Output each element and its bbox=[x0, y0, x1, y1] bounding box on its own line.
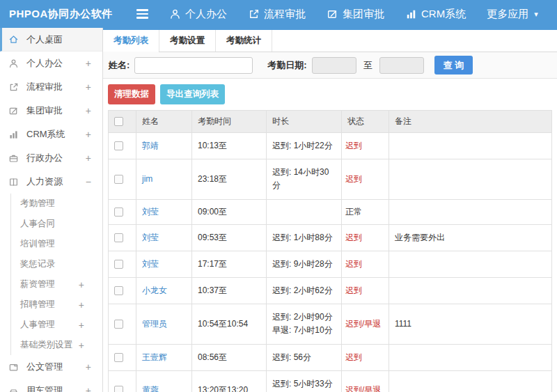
topnav-item-more-apps[interactable]: 更多应用▾ bbox=[487, 8, 538, 21]
row-checkbox[interactable] bbox=[114, 353, 123, 362]
topnav-item-crm-system[interactable]: CRM系统 bbox=[405, 8, 466, 21]
sidebar-item-personnel-contract[interactable]: 人事合同 bbox=[11, 214, 102, 234]
duration-line: 迟到: 14小时30分 bbox=[272, 166, 336, 192]
row-checkbox[interactable] bbox=[114, 207, 123, 217]
row-checkbox[interactable] bbox=[114, 286, 123, 295]
plus-icon: + bbox=[79, 320, 84, 331]
row-checkbox[interactable] bbox=[114, 320, 123, 329]
employee-name-link: jim bbox=[142, 174, 152, 184]
table-row: 刘莹09:00至正常 bbox=[109, 199, 552, 224]
sidebar-submenu: 考勤管理人事合同培训管理奖惩记录薪资管理+招聘管理+人事管理+基础类别设置+ bbox=[10, 194, 102, 355]
duration-cell: 迟到: 1小时88分 bbox=[267, 224, 342, 251]
employee-name-link: 刘莹 bbox=[142, 259, 159, 269]
column-header-label: 考勤时间 bbox=[198, 116, 231, 126]
minus-icon: − bbox=[86, 176, 91, 187]
row-checkbox[interactable] bbox=[114, 175, 123, 184]
attendance-time-text: 10:54至10:54 bbox=[198, 319, 248, 329]
row-checkbox[interactable] bbox=[114, 141, 123, 150]
flow-icon bbox=[8, 82, 19, 93]
export-query-list-button[interactable]: 导出查询列表 bbox=[160, 84, 225, 104]
sidebar-item-attendance-management[interactable]: 考勤管理 bbox=[11, 194, 102, 214]
topnav-item-group-approval[interactable]: 集团审批 bbox=[327, 8, 384, 21]
select-all-header-cell bbox=[109, 111, 136, 133]
sidebar-item-basic-category-settings[interactable]: 基础类别设置+ bbox=[11, 335, 102, 355]
sidebar-subitem-label: 奖惩记录 bbox=[20, 258, 84, 270]
duration-cell: 迟到: 5小时33分早退: 4小时67分 bbox=[267, 370, 342, 392]
tab-attendance-list[interactable]: 考勤列表 bbox=[103, 30, 159, 52]
date-to-input[interactable] bbox=[379, 57, 424, 74]
column-header-label: 姓名 bbox=[142, 116, 159, 126]
row-checkbox-cell bbox=[109, 224, 136, 251]
note-cell bbox=[389, 370, 552, 392]
attendance-date-label: 考勤日期: bbox=[267, 59, 306, 72]
row-checkbox[interactable] bbox=[114, 260, 123, 269]
status-cell: 迟到 bbox=[342, 251, 389, 277]
sidebar-subitem-label: 招聘管理 bbox=[20, 299, 79, 311]
sidebar-item-vehicle-management[interactable]: 用车管理+ bbox=[0, 379, 102, 392]
date-range-to-label: 至 bbox=[363, 59, 372, 72]
duration-line: 迟到: 1小时22分 bbox=[272, 139, 336, 152]
status-text: 迟到 bbox=[345, 259, 362, 269]
chart-icon bbox=[8, 130, 19, 140]
sidebar-item-personal-desktop[interactable]: 个人桌面 bbox=[0, 28, 102, 52]
sidebar-item-label: 流程审批 bbox=[26, 81, 86, 93]
table-row: 黄蓉13:20至13:20迟到: 5小时33分早退: 4小时67分迟到/早退 bbox=[109, 370, 552, 392]
table-row: jim23:18至迟到: 14小时30分迟到 bbox=[109, 159, 552, 199]
attendance-time-text: 09:53至 bbox=[198, 233, 227, 242]
duration-cell: 迟到: 1小时22分 bbox=[267, 133, 342, 159]
note-cell bbox=[389, 133, 552, 159]
app-title: PHPOA协同办公软件 bbox=[0, 8, 120, 21]
clean-data-button[interactable]: 清理数据 bbox=[108, 84, 155, 104]
employee-name-link: 刘莹 bbox=[142, 207, 159, 217]
status-cell: 迟到 bbox=[342, 344, 389, 370]
hamburger-icon bbox=[136, 9, 148, 11]
attendance-table-wrap: 姓名考勤时间时长状态备注 郭靖10:13至迟到: 1小时22分迟到jim23:1… bbox=[103, 110, 557, 392]
table-row: 刘莹09:53至迟到: 1小时88分迟到业务需要外出 bbox=[109, 224, 552, 251]
name-label: 姓名: bbox=[109, 59, 130, 72]
sidebar-item-workflow-approval[interactable]: 流程审批+ bbox=[0, 75, 102, 99]
name-input[interactable] bbox=[134, 57, 253, 74]
attendance-time-cell: 08:56至 bbox=[192, 344, 267, 370]
duration-cell: 迟到: 2小时62分 bbox=[267, 277, 342, 304]
duration-line: 迟到: 2小时90分 bbox=[272, 311, 336, 324]
topnav-item-label: CRM系统 bbox=[421, 8, 466, 21]
status-text: 迟到 bbox=[345, 233, 362, 242]
sidebar-item-label: 行政办公 bbox=[26, 152, 86, 164]
person-icon bbox=[169, 8, 181, 20]
row-checkbox-cell bbox=[109, 159, 136, 199]
sidebar-item-personnel-management[interactable]: 人事管理+ bbox=[11, 315, 102, 335]
sidebar-item-document-management[interactable]: 公文管理+ bbox=[0, 355, 102, 379]
sidebar-item-salary-management[interactable]: 薪资管理+ bbox=[11, 274, 102, 295]
car-icon bbox=[8, 386, 19, 392]
status-text: 迟到 bbox=[345, 285, 362, 295]
sidebar-item-human-resources[interactable]: 人力资源− bbox=[0, 170, 102, 194]
status-text: 迟到 bbox=[345, 141, 362, 150]
sidebar-item-recruitment-management[interactable]: 招聘管理+ bbox=[11, 295, 102, 315]
employee-name-cell: 王壹辉 bbox=[136, 344, 192, 370]
query-button[interactable]: 查 询 bbox=[434, 56, 473, 75]
tab-attendance-settings[interactable]: 考勤设置 bbox=[159, 30, 216, 52]
flow-icon bbox=[248, 8, 260, 20]
row-checkbox[interactable] bbox=[114, 233, 123, 242]
employee-name-cell: 郭靖 bbox=[136, 133, 192, 159]
attendance-time-cell: 10:54至10:54 bbox=[192, 304, 267, 344]
sidebar-item-admin-office[interactable]: 行政办公+ bbox=[0, 146, 102, 170]
topnav-item-personal-office[interactable]: 个人办公 bbox=[169, 8, 227, 21]
menu-toggle-button[interactable] bbox=[136, 9, 148, 19]
topnav-item-workflow-approval[interactable]: 流程审批 bbox=[248, 8, 306, 21]
row-checkbox[interactable] bbox=[114, 386, 123, 392]
home-icon bbox=[8, 34, 19, 45]
attendance-time-cell: 10:37至 bbox=[192, 277, 267, 304]
sidebar-item-crm-system[interactable]: CRM系统+ bbox=[0, 123, 102, 146]
note-cell bbox=[389, 199, 552, 224]
sidebar-item-group-approval[interactable]: 集团审批+ bbox=[0, 99, 102, 123]
sidebar-subitem-label: 培训管理 bbox=[20, 238, 84, 250]
sidebar-item-training-management[interactable]: 培训管理 bbox=[11, 234, 102, 254]
tab-attendance-stats[interactable]: 考勤统计 bbox=[216, 30, 272, 52]
edit-icon bbox=[327, 8, 338, 20]
date-from-input[interactable] bbox=[312, 57, 356, 74]
sidebar-item-personal-office[interactable]: 个人办公+ bbox=[0, 52, 102, 75]
select-all-checkbox[interactable] bbox=[114, 117, 123, 126]
note-cell bbox=[389, 251, 552, 277]
sidebar-item-reward-punishment-records[interactable]: 奖惩记录 bbox=[11, 254, 102, 274]
